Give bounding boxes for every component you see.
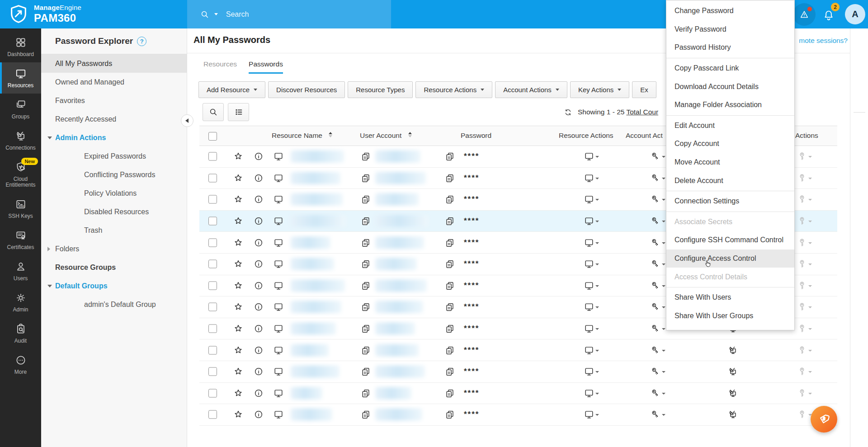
copy-account-icon[interactable] (361, 302, 371, 312)
passkey-actions-icon[interactable] (797, 388, 807, 398)
info-icon[interactable] (254, 409, 264, 419)
explorer-item[interactable]: Conflicting Passwords (41, 165, 187, 184)
copy-password-icon[interactable] (445, 238, 455, 248)
strip-icon[interactable] (854, 171, 864, 181)
toolbar-button[interactable]: Ex (632, 81, 656, 98)
copy-password-icon[interactable] (445, 409, 455, 419)
user-account-redacted[interactable] (375, 366, 425, 378)
account-actions-key-icon[interactable] (651, 238, 660, 248)
favorite-star-icon[interactable] (233, 367, 243, 376)
strip-icon[interactable] (854, 97, 864, 107)
copy-account-icon[interactable] (361, 388, 371, 398)
toolbar-button[interactable]: Key Actions (570, 81, 629, 98)
connection-icon[interactable] (728, 409, 738, 419)
row-checkbox[interactable] (208, 303, 217, 311)
sort-icon[interactable] (329, 132, 332, 137)
info-icon[interactable] (254, 194, 264, 204)
info-icon[interactable] (254, 216, 264, 226)
passkey-actions-icon[interactable] (797, 216, 807, 226)
copy-account-icon[interactable] (361, 281, 371, 291)
user-account-redacted[interactable] (375, 301, 423, 313)
favorite-star-icon[interactable] (233, 259, 243, 269)
connection-icon[interactable] (728, 367, 738, 376)
row-checkbox[interactable] (208, 238, 217, 247)
copy-password-icon[interactable] (445, 281, 455, 291)
menu-item[interactable]: Delete Account (666, 171, 794, 190)
sidebar-item[interactable]: Admin (0, 287, 41, 318)
row-checkbox[interactable] (208, 346, 217, 354)
explorer-item[interactable]: All My Passwords (41, 54, 187, 73)
resource-name-redacted[interactable] (291, 409, 332, 421)
user-account-redacted[interactable] (375, 323, 415, 335)
copy-account-icon[interactable] (361, 324, 371, 334)
copy-account-icon[interactable] (361, 151, 371, 161)
account-actions-key-icon[interactable] (651, 281, 660, 291)
resource-actions-icon[interactable] (584, 409, 594, 419)
resource-actions-icon[interactable] (584, 324, 594, 334)
menu-item[interactable]: Edit Account (666, 117, 794, 135)
passkey-actions-icon[interactable] (797, 281, 807, 291)
offers-floating-button[interactable] (811, 406, 837, 433)
strip-icon[interactable] (854, 76, 864, 86)
strip-icon[interactable] (854, 37, 864, 47)
global-search[interactable]: Search (187, 0, 391, 28)
info-icon[interactable] (254, 324, 264, 334)
favorite-star-icon[interactable] (233, 216, 243, 226)
copy-password-icon[interactable] (445, 194, 455, 204)
user-account-redacted[interactable] (375, 151, 420, 163)
passkey-actions-icon[interactable] (797, 367, 807, 376)
user-account-redacted[interactable] (375, 193, 419, 206)
passkey-actions-icon[interactable] (797, 238, 807, 248)
favorite-star-icon[interactable] (233, 345, 243, 355)
row-checkbox[interactable] (208, 152, 217, 161)
copy-password-icon[interactable] (445, 151, 455, 161)
connection-icon[interactable] (728, 388, 738, 398)
menu-item[interactable]: Copy Account (666, 135, 794, 153)
user-account-redacted[interactable] (375, 172, 426, 184)
table-row[interactable]: **** (199, 361, 837, 383)
passkey-actions-icon[interactable] (797, 324, 807, 334)
select-all-checkbox[interactable] (208, 132, 217, 141)
account-actions-key-icon[interactable] (651, 194, 660, 204)
user-account-redacted[interactable] (375, 409, 422, 421)
toolbar-button[interactable]: Resource Types (348, 81, 413, 98)
copy-password-icon[interactable] (445, 388, 455, 398)
user-account-redacted[interactable] (375, 279, 427, 292)
strip-icon[interactable] (854, 348, 864, 358)
help-icon[interactable]: ? (137, 37, 146, 46)
info-icon[interactable] (254, 281, 264, 291)
explorer-item[interactable]: Folders (41, 240, 187, 258)
menu-item[interactable]: Access Control Details (666, 268, 794, 286)
row-checkbox[interactable] (208, 195, 217, 204)
favorite-star-icon[interactable] (233, 238, 243, 248)
account-actions-key-icon[interactable] (651, 151, 660, 161)
menu-item[interactable]: Associate Secrets (666, 213, 794, 231)
tab[interactable]: Passwords (249, 60, 283, 74)
copy-password-icon[interactable] (445, 324, 455, 334)
account-actions-key-icon[interactable] (651, 216, 660, 226)
resource-actions-icon[interactable] (584, 367, 594, 376)
copy-password-icon[interactable] (445, 367, 455, 376)
toolbar-button[interactable]: Add Resource (198, 81, 265, 98)
resource-actions-icon[interactable] (584, 345, 594, 355)
user-account-redacted[interactable] (375, 215, 428, 227)
menu-item[interactable]: Password History (666, 38, 794, 57)
menu-item[interactable]: Configure SSH Command Control (666, 231, 794, 249)
strip-icon[interactable] (854, 390, 864, 400)
resource-name-redacted[interactable] (291, 279, 345, 292)
panel-collapse-button[interactable] (181, 114, 193, 127)
passkey-actions-icon[interactable] (797, 173, 807, 183)
explorer-item[interactable]: Admin Actions (41, 128, 187, 147)
search-scope-caret-icon[interactable] (214, 13, 218, 15)
resource-actions-icon[interactable] (584, 194, 594, 204)
resource-name-redacted[interactable] (291, 344, 329, 356)
account-actions-key-icon[interactable] (651, 324, 660, 334)
resource-name-redacted[interactable] (291, 151, 344, 163)
user-account-redacted[interactable] (375, 236, 424, 249)
sidebar-item[interactable]: New Cloud Entitlements (0, 156, 41, 193)
info-icon[interactable] (254, 345, 264, 355)
notifications-button[interactable]: 2 (820, 6, 838, 24)
menu-item[interactable]: Share With User Groups (666, 307, 794, 325)
sort-icon[interactable] (408, 132, 412, 137)
toolbar-button[interactable]: Resource Actions (415, 81, 492, 98)
